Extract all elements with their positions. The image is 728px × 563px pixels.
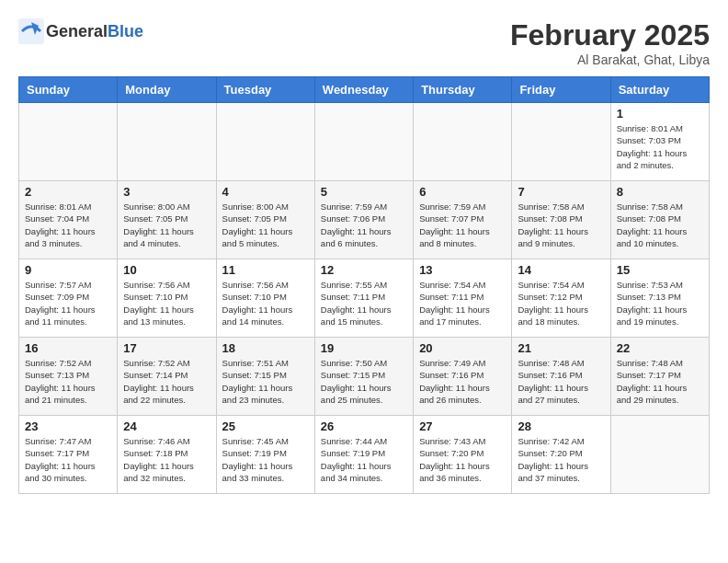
calendar-cell xyxy=(314,103,413,181)
day-info: Sunrise: 7:56 AM Sunset: 7:10 PM Dayligh… xyxy=(222,279,309,327)
day-info: Sunrise: 7:57 AM Sunset: 7:09 PM Dayligh… xyxy=(25,279,111,327)
calendar-subtitle: Al Barakat, Ghat, Libya xyxy=(510,52,710,67)
day-info: Sunrise: 7:56 AM Sunset: 7:10 PM Dayligh… xyxy=(123,279,210,327)
header: GeneralBlue February 2025 Al Barakat, Gh… xyxy=(18,18,710,67)
calendar-cell: 15Sunrise: 7:53 AM Sunset: 7:13 PM Dayli… xyxy=(610,259,709,338)
day-info: Sunrise: 7:45 AM Sunset: 7:19 PM Dayligh… xyxy=(222,435,309,484)
calendar-cell xyxy=(610,416,709,494)
day-info: Sunrise: 8:01 AM Sunset: 7:03 PM Dayligh… xyxy=(617,122,703,171)
calendar-cell xyxy=(19,103,118,181)
day-info: Sunrise: 7:44 AM Sunset: 7:19 PM Dayligh… xyxy=(321,435,407,484)
calendar-header-friday: Friday xyxy=(512,77,610,103)
calendar-week-2: 9Sunrise: 7:57 AM Sunset: 7:09 PM Daylig… xyxy=(19,259,710,338)
calendar-cell: 17Sunrise: 7:52 AM Sunset: 7:14 PM Dayli… xyxy=(118,338,216,416)
day-info: Sunrise: 7:48 AM Sunset: 7:16 PM Dayligh… xyxy=(518,357,604,406)
calendar-table: SundayMondayTuesdayWednesdayThursdayFrid… xyxy=(18,76,710,494)
calendar-week-0: 1Sunrise: 8:01 AM Sunset: 7:03 PM Daylig… xyxy=(19,103,710,181)
calendar-cell xyxy=(216,103,314,181)
day-info: Sunrise: 7:58 AM Sunset: 7:08 PM Dayligh… xyxy=(518,201,604,249)
day-number: 8 xyxy=(617,185,703,199)
day-info: Sunrise: 8:00 AM Sunset: 7:05 PM Dayligh… xyxy=(222,201,309,249)
calendar-week-4: 23Sunrise: 7:47 AM Sunset: 7:17 PM Dayli… xyxy=(19,416,710,494)
calendar-cell: 21Sunrise: 7:48 AM Sunset: 7:16 PM Dayli… xyxy=(512,338,610,416)
calendar-cell: 11Sunrise: 7:56 AM Sunset: 7:10 PM Dayli… xyxy=(216,259,314,338)
day-info: Sunrise: 7:43 AM Sunset: 7:20 PM Dayligh… xyxy=(419,435,506,484)
logo: GeneralBlue xyxy=(18,18,143,44)
logo-general: General xyxy=(46,22,108,40)
calendar-week-3: 16Sunrise: 7:52 AM Sunset: 7:13 PM Dayli… xyxy=(19,338,710,416)
day-info: Sunrise: 7:52 AM Sunset: 7:14 PM Dayligh… xyxy=(123,357,210,406)
calendar-cell: 7Sunrise: 7:58 AM Sunset: 7:08 PM Daylig… xyxy=(512,181,610,259)
calendar-header-row: SundayMondayTuesdayWednesdayThursdayFrid… xyxy=(19,77,710,103)
calendar-week-1: 2Sunrise: 8:01 AM Sunset: 7:04 PM Daylig… xyxy=(19,181,710,259)
calendar-cell: 22Sunrise: 7:48 AM Sunset: 7:17 PM Dayli… xyxy=(610,338,709,416)
day-number: 22 xyxy=(617,341,703,355)
calendar-cell: 26Sunrise: 7:44 AM Sunset: 7:19 PM Dayli… xyxy=(314,416,413,494)
day-info: Sunrise: 7:59 AM Sunset: 7:07 PM Dayligh… xyxy=(419,201,506,249)
day-number: 20 xyxy=(419,341,506,355)
calendar-cell: 3Sunrise: 8:00 AM Sunset: 7:05 PM Daylig… xyxy=(118,181,216,259)
calendar-cell: 12Sunrise: 7:55 AM Sunset: 7:11 PM Dayli… xyxy=(314,259,413,338)
day-number: 17 xyxy=(123,341,210,355)
calendar-cell: 23Sunrise: 7:47 AM Sunset: 7:17 PM Dayli… xyxy=(19,416,118,494)
logo-blue: Blue xyxy=(108,22,143,40)
day-info: Sunrise: 8:01 AM Sunset: 7:04 PM Dayligh… xyxy=(25,201,111,249)
calendar-cell: 2Sunrise: 8:01 AM Sunset: 7:04 PM Daylig… xyxy=(19,181,118,259)
calendar-cell: 28Sunrise: 7:42 AM Sunset: 7:20 PM Dayli… xyxy=(512,416,610,494)
day-info: Sunrise: 7:47 AM Sunset: 7:17 PM Dayligh… xyxy=(25,435,111,484)
calendar-cell: 16Sunrise: 7:52 AM Sunset: 7:13 PM Dayli… xyxy=(19,338,118,416)
day-number: 12 xyxy=(321,263,407,277)
title-area: February 2025 Al Barakat, Ghat, Libya xyxy=(510,18,710,67)
calendar-cell: 6Sunrise: 7:59 AM Sunset: 7:07 PM Daylig… xyxy=(414,181,512,259)
calendar-cell: 20Sunrise: 7:49 AM Sunset: 7:16 PM Dayli… xyxy=(414,338,512,416)
day-info: Sunrise: 7:53 AM Sunset: 7:13 PM Dayligh… xyxy=(617,279,703,327)
calendar-cell: 18Sunrise: 7:51 AM Sunset: 7:15 PM Dayli… xyxy=(216,338,314,416)
calendar-cell: 10Sunrise: 7:56 AM Sunset: 7:10 PM Dayli… xyxy=(118,259,216,338)
day-info: Sunrise: 7:50 AM Sunset: 7:15 PM Dayligh… xyxy=(321,357,407,406)
day-info: Sunrise: 7:48 AM Sunset: 7:17 PM Dayligh… xyxy=(617,357,703,406)
calendar-header-saturday: Saturday xyxy=(610,77,709,103)
calendar-cell: 24Sunrise: 7:46 AM Sunset: 7:18 PM Dayli… xyxy=(118,416,216,494)
day-number: 11 xyxy=(222,263,309,277)
calendar-cell: 25Sunrise: 7:45 AM Sunset: 7:19 PM Dayli… xyxy=(216,416,314,494)
day-info: Sunrise: 7:49 AM Sunset: 7:16 PM Dayligh… xyxy=(419,357,506,406)
calendar-header-thursday: Thursday xyxy=(414,77,512,103)
calendar-cell: 27Sunrise: 7:43 AM Sunset: 7:20 PM Dayli… xyxy=(414,416,512,494)
day-number: 5 xyxy=(321,185,407,199)
day-info: Sunrise: 7:46 AM Sunset: 7:18 PM Dayligh… xyxy=(123,435,210,484)
calendar-cell xyxy=(414,103,512,181)
day-number: 14 xyxy=(518,263,604,277)
calendar-header-monday: Monday xyxy=(118,77,216,103)
calendar-cell: 4Sunrise: 8:00 AM Sunset: 7:05 PM Daylig… xyxy=(216,181,314,259)
calendar-cell: 1Sunrise: 8:01 AM Sunset: 7:03 PM Daylig… xyxy=(610,103,709,181)
day-number: 21 xyxy=(518,341,604,355)
day-number: 24 xyxy=(123,419,210,433)
day-number: 18 xyxy=(222,341,309,355)
calendar-cell: 14Sunrise: 7:54 AM Sunset: 7:12 PM Dayli… xyxy=(512,259,610,338)
day-info: Sunrise: 7:42 AM Sunset: 7:20 PM Dayligh… xyxy=(518,435,604,484)
day-number: 3 xyxy=(123,185,210,199)
day-number: 25 xyxy=(222,419,309,433)
day-info: Sunrise: 7:51 AM Sunset: 7:15 PM Dayligh… xyxy=(222,357,309,406)
day-number: 27 xyxy=(419,419,506,433)
logo-icon xyxy=(18,18,44,44)
calendar-cell: 5Sunrise: 7:59 AM Sunset: 7:06 PM Daylig… xyxy=(314,181,413,259)
calendar-cell: 9Sunrise: 7:57 AM Sunset: 7:09 PM Daylig… xyxy=(19,259,118,338)
day-number: 13 xyxy=(419,263,506,277)
calendar-cell: 13Sunrise: 7:54 AM Sunset: 7:11 PM Dayli… xyxy=(414,259,512,338)
calendar-header-wednesday: Wednesday xyxy=(314,77,413,103)
calendar-header-tuesday: Tuesday xyxy=(216,77,314,103)
day-number: 4 xyxy=(222,185,309,199)
day-info: Sunrise: 7:59 AM Sunset: 7:06 PM Dayligh… xyxy=(321,201,407,249)
day-info: Sunrise: 8:00 AM Sunset: 7:05 PM Dayligh… xyxy=(123,201,210,249)
calendar-header-sunday: Sunday xyxy=(19,77,118,103)
day-number: 2 xyxy=(25,185,111,199)
calendar-cell: 8Sunrise: 7:58 AM Sunset: 7:08 PM Daylig… xyxy=(610,181,709,259)
day-number: 9 xyxy=(25,263,111,277)
day-number: 16 xyxy=(25,341,111,355)
day-info: Sunrise: 7:54 AM Sunset: 7:11 PM Dayligh… xyxy=(419,279,506,327)
calendar-cell xyxy=(512,103,610,181)
day-number: 1 xyxy=(617,107,703,121)
day-number: 15 xyxy=(617,263,703,277)
calendar-cell xyxy=(118,103,216,181)
